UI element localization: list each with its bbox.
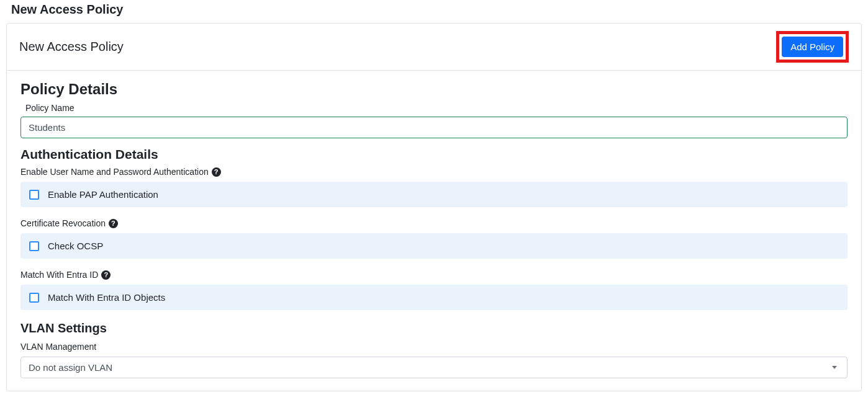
- check-ocsp-label: Check OCSP: [48, 241, 103, 251]
- card-header-title: New Access Policy: [19, 40, 124, 54]
- policy-name-input[interactable]: [20, 117, 848, 138]
- match-entra-objects-label: Match With Entra ID Objects: [48, 292, 165, 303]
- match-entra-label: Match With Entra ID ?: [20, 270, 848, 280]
- add-policy-highlight: Add Policy: [776, 31, 849, 63]
- help-icon[interactable]: ?: [212, 167, 221, 177]
- cert-revocation-text: Certificate Revocation: [20, 218, 106, 228]
- help-icon[interactable]: ?: [101, 270, 111, 280]
- vlan-selected-value: Do not assign VLAN: [29, 362, 112, 373]
- match-entra-objects-checkbox[interactable]: [29, 293, 39, 303]
- enable-user-pass-text: Enable User Name and Password Authentica…: [20, 167, 209, 177]
- policy-name-label: Policy Name: [25, 103, 848, 113]
- policy-details-title: Policy Details: [20, 81, 848, 98]
- vlan-settings-title: VLAN Settings: [20, 321, 848, 336]
- card-body: Policy Details Policy Name Authenticatio…: [7, 71, 861, 391]
- match-entra-text: Match With Entra ID: [20, 270, 98, 280]
- auth-details-title: Authentication Details: [20, 147, 848, 162]
- add-policy-button[interactable]: Add Policy: [782, 37, 843, 57]
- check-ocsp-row: Check OCSP: [20, 233, 848, 259]
- enable-pap-row: Enable PAP Authentication: [20, 182, 848, 207]
- policy-card: New Access Policy Add Policy Policy Deta…: [6, 23, 862, 391]
- vlan-select-wrapper: Do not assign VLAN: [20, 357, 848, 378]
- check-ocsp-checkbox[interactable]: [29, 241, 39, 251]
- chevron-down-icon: [832, 366, 837, 369]
- vlan-management-label: VLAN Management: [20, 342, 848, 352]
- enable-pap-label: Enable PAP Authentication: [48, 189, 158, 200]
- cert-revocation-label: Certificate Revocation ?: [20, 218, 848, 228]
- vlan-management-select[interactable]: Do not assign VLAN: [20, 357, 848, 378]
- help-icon[interactable]: ?: [109, 219, 118, 228]
- match-entra-objects-row: Match With Entra ID Objects: [20, 285, 848, 310]
- page-title: New Access Policy: [5, 0, 863, 23]
- enable-pap-checkbox[interactable]: [29, 190, 39, 200]
- enable-user-pass-label: Enable User Name and Password Authentica…: [20, 167, 848, 177]
- card-header: New Access Policy Add Policy: [7, 24, 861, 71]
